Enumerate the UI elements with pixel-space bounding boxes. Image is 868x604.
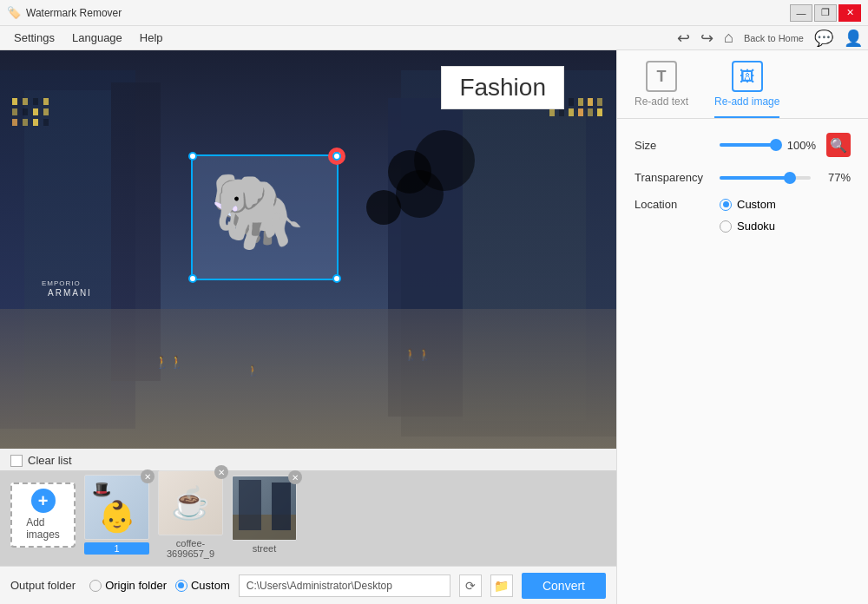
back-to-home-label: Back to Home [744,33,804,43]
text-tab-icon: T [646,61,677,92]
convert-button[interactable]: Convert [522,573,606,599]
thumbnail-item-1[interactable]: 👶 🎩 ✕ 1 [84,475,149,555]
size-value: 100% [783,139,816,152]
size-control: Size 100% 🔍 [635,133,851,157]
thumb-close-1[interactable]: ✕ [141,469,155,483]
transparency-value: 77% [818,171,851,184]
size-label: Size [635,139,713,152]
custom-radio[interactable] [175,580,187,592]
menu-bar: Settings Language Help ↩ ↪ ⌂ Back to Hom… [0,26,868,50]
thumb-close-street[interactable]: ✕ [288,470,302,484]
zoom-search-icon[interactable]: 🔍 [826,133,851,157]
sudoku-location-option[interactable]: Sudoku [720,220,776,233]
panel-body: Size 100% 🔍 Transparency 77% [617,119,868,604]
transparency-control: Transparency 77% [635,171,851,184]
user-icon: 👤 [844,29,863,48]
redo-icon: ↪ [700,29,713,48]
folder-icon: 📁 [494,579,509,593]
origin-folder-label: Origin folder [105,579,167,592]
thumb-label-street: street [232,543,297,554]
add-images-label: Addimages [26,516,60,541]
back-to-home-button[interactable]: Back to Home [744,33,804,43]
custom-location-radio[interactable] [720,199,732,211]
city-background: EMPORIO ARMANI 🚶🚶 🚶 🚶🚶 Fashion ✕ [0,50,616,449]
home-icon: ⌂ [724,29,733,47]
app-title: Watermark Remover [26,7,790,19]
custom-radio-dot [178,582,184,588]
custom-location-dot [723,201,729,207]
custom-location-label: Custom [737,198,776,211]
fashion-watermark: Fashion [441,66,564,109]
transparency-slider-track[interactable] [720,176,811,180]
thumb-label-coffee: coffee-3699657_9 [158,538,223,559]
add-images-button[interactable]: + Addimages [10,483,76,548]
close-button[interactable]: ✕ [838,4,861,22]
transparency-slider-thumb[interactable] [784,172,796,184]
title-bar: 🏷️ Watermark Remover — ❐ ✕ [0,0,868,26]
custom-folder-label: Custom [191,579,230,592]
right-panel: T Re-add text 🖼 Re-add image Size 100% 🔍 [616,50,868,604]
resize-handle-tr[interactable] [332,152,341,161]
menu-settings[interactable]: Settings [5,28,63,48]
thumbnail-item-coffee[interactable]: ☕ ✕ coffee-3699657_9 [158,470,223,559]
resize-handle-tl[interactable] [188,152,197,161]
location-label: Location [635,198,713,211]
thumb-label-1: 1 [84,542,149,555]
clear-row: Clear list [0,449,616,470]
location-control: Location Custom Sudoku [635,198,851,233]
user-button[interactable]: 👤 [844,29,863,48]
watermark-selection-box[interactable]: ✕ 🐘 [191,154,339,280]
restore-button[interactable]: ❐ [814,4,837,22]
clear-list-label[interactable]: Clear list [28,454,72,467]
menu-language[interactable]: Language [63,28,131,48]
output-path-field[interactable]: C:\Users\Administrator\Desktop [239,574,450,597]
custom-folder-option[interactable]: Custom [175,579,230,592]
home-button[interactable]: ⌂ [724,29,733,47]
toolbar-actions: ↩ ↪ ⌂ Back to Home 💬 👤 [677,29,863,48]
minimize-button[interactable]: — [790,4,812,22]
image-tab-label: Re-add image [714,95,779,108]
elephant-image: 🐘 [210,169,292,246]
armani-text: ARMANI [48,288,92,298]
undo-button[interactable]: ↩ [677,29,690,48]
resize-handle-bl[interactable] [188,274,197,283]
tab-readd-image[interactable]: 🖼 Re-add image [714,61,779,118]
custom-location-option[interactable]: Custom [720,198,776,211]
thumbnail-item-street[interactable]: ✕ street [232,476,297,554]
menu-help[interactable]: Help [131,28,172,48]
output-browse-button[interactable]: 📁 [490,574,513,597]
sudoku-location-label: Sudoku [737,220,775,233]
street [0,309,616,449]
thumbs-row: + Addimages 👶 🎩 ✕ 1 ☕ [0,470,616,566]
sudoku-location-radio[interactable] [720,220,732,233]
emporio-text: EMPORIO [42,279,81,287]
image-viewport[interactable]: EMPORIO ARMANI 🚶🚶 🚶 🚶🚶 Fashion ✕ [0,50,616,449]
resize-handle-br[interactable] [332,274,341,283]
output-bar: Output folder Origin folder Custom C:\Us… [0,566,616,604]
image-tab-icon: 🖼 [732,61,763,92]
thumbnail-section: Clear list + Addimages 👶 🎩 ✕ 1 [0,449,616,566]
output-folder-label: Output folder [10,579,76,592]
transparency-label: Transparency [635,171,713,184]
canvas-area: EMPORIO ARMANI 🚶🚶 🚶 🚶🚶 Fashion ✕ [0,50,616,604]
redo-button[interactable]: ↪ [700,29,713,48]
text-tab-label: Re-add text [635,95,688,108]
transparency-slider-fill [720,176,790,180]
clear-checkbox[interactable] [10,455,23,467]
tab-readd-text[interactable]: T Re-add text [635,61,688,118]
origin-folder-option[interactable]: Origin folder [89,579,167,592]
output-history-button[interactable]: ⟳ [459,574,482,597]
app-icon: 🏷️ [7,6,21,20]
chat-icon: 💬 [814,29,833,48]
undo-icon: ↩ [677,29,690,48]
main-layout: EMPORIO ARMANI 🚶🚶 🚶 🚶🚶 Fashion ✕ [0,50,868,604]
chat-button[interactable]: 💬 [814,29,833,48]
origin-radio[interactable] [89,580,102,592]
panel-tabs: T Re-add text 🖼 Re-add image [617,50,868,119]
size-slider-thumb[interactable] [770,139,782,151]
add-plus-icon: + [31,489,56,513]
window-controls: — ❐ ✕ [790,4,861,22]
size-slider-fill [720,143,776,147]
thumb-close-coffee[interactable]: ✕ [214,465,228,479]
size-slider-track[interactable] [720,143,776,147]
